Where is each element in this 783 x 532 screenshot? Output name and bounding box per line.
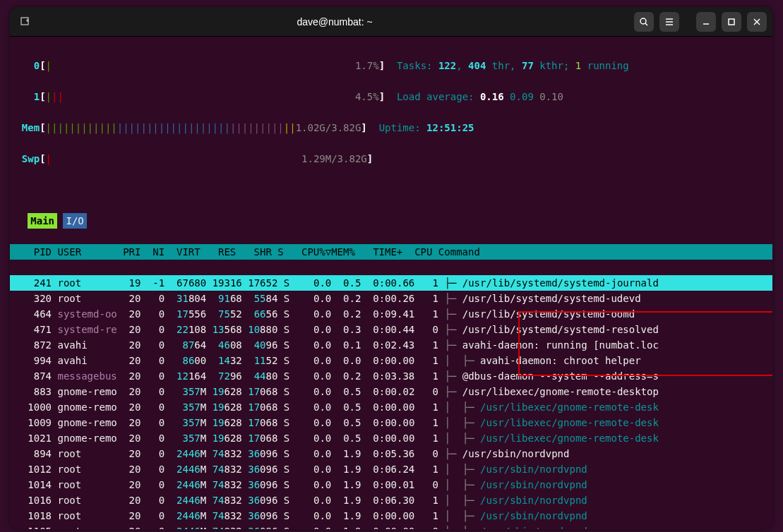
- tasks-label: Tasks:: [397, 60, 438, 71]
- maximize-button[interactable]: [722, 12, 741, 32]
- process-row[interactable]: 1014 root 20 0 2446M 74832 36096 S 0.0 1…: [10, 477, 772, 492]
- process-list[interactable]: 241 root 19 -1 67680 19316 17652 S 0.0 0…: [10, 275, 772, 529]
- process-row[interactable]: 1012 root 20 0 2446M 74832 36096 S 0.0 1…: [10, 461, 772, 477]
- process-row[interactable]: 1021 gnome-remo 20 0 357M 19628 17068 S …: [10, 430, 772, 446]
- process-row[interactable]: 464 systemd-oo 20 0 17556 7552 6656 S 0.…: [10, 306, 772, 322]
- process-row[interactable]: 1105 root 20 0 2446M 74832 36096 S 0.0 1…: [10, 524, 772, 529]
- process-row[interactable]: 894 root 20 0 2446M 74832 36096 S 0.0 1.…: [10, 446, 772, 461]
- svg-line-4: [645, 23, 647, 25]
- load-1: 0.16: [480, 91, 504, 102]
- load-5: 0.09: [510, 91, 534, 102]
- uptime-value: 12:51:25: [426, 122, 474, 133]
- svg-rect-9: [729, 19, 734, 25]
- window-titlebar: dave@numbat: ~: [10, 7, 772, 37]
- mem-label: Mem: [22, 122, 40, 133]
- thread-count: 404: [468, 60, 486, 71]
- process-row[interactable]: 241 root 19 -1 67680 19316 17652 S 0.0 0…: [10, 275, 772, 291]
- search-button[interactable]: [634, 12, 654, 32]
- tab-main[interactable]: Main: [28, 213, 57, 229]
- tasks-count: 122: [438, 60, 456, 71]
- new-tab-icon[interactable]: [16, 12, 35, 32]
- process-row[interactable]: 994 avahi 20 0 8600 1432 1152 S 0.0 0.0 …: [10, 353, 772, 368]
- close-button[interactable]: [747, 12, 767, 32]
- terminal-content[interactable]: 0[| 1.7%] Tasks: 122, 404 thr, 77 kthr; …: [10, 37, 772, 529]
- tab-io[interactable]: I/O: [63, 213, 86, 229]
- process-row[interactable]: 1016 root 20 0 2446M 74832 36096 S 0.0 1…: [10, 492, 772, 508]
- minimize-button[interactable]: [696, 12, 716, 32]
- menu-button[interactable]: [659, 12, 679, 32]
- process-row[interactable]: 874 messagebus 20 0 12164 7296 4480 S 0.…: [10, 368, 772, 384]
- cpu1-label: 1: [34, 91, 40, 102]
- process-row[interactable]: 872 avahi 20 0 8764 4608 4096 S 0.0 0.1 …: [10, 337, 772, 353]
- cpu0-label: 0: [34, 60, 40, 71]
- kthread-count: 77: [522, 60, 534, 71]
- process-row[interactable]: 471 systemd-re 20 0 22108 13568 10880 S …: [10, 322, 772, 337]
- uptime-label: Uptime:: [379, 122, 426, 133]
- svg-point-3: [640, 18, 646, 24]
- load-15: 0.10: [539, 91, 563, 102]
- process-row[interactable]: 320 root 20 0 31804 9168 5584 S 0.0 0.2 …: [10, 291, 772, 306]
- process-row[interactable]: 1000 gnome-remo 20 0 357M 19628 17068 S …: [10, 399, 772, 415]
- swp-label: Swp: [22, 153, 40, 164]
- column-header[interactable]: PID USER PRI NI VIRT RES SHR S CPU%▽MEM%…: [10, 244, 772, 260]
- process-row[interactable]: 883 gnome-remo 20 0 357M 19628 17068 S 0…: [10, 384, 772, 399]
- window-title: dave@numbat: ~: [297, 16, 372, 28]
- process-row[interactable]: 1018 root 20 0 2446M 74832 36096 S 0.0 1…: [10, 508, 772, 524]
- load-label: Load average:: [397, 91, 480, 102]
- process-row[interactable]: 1009 gnome-remo 20 0 357M 19628 17068 S …: [10, 415, 772, 430]
